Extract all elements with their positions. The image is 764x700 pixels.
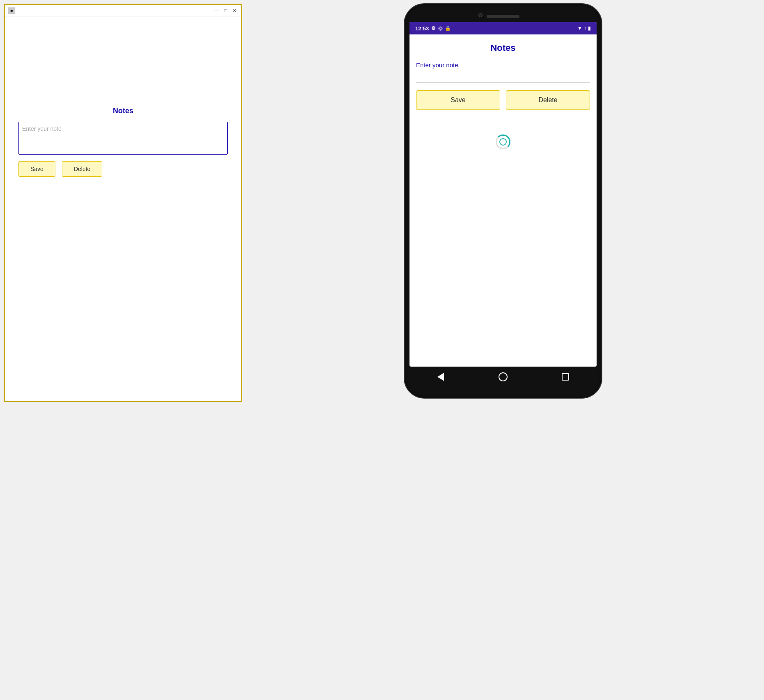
phone-frame: 12:53 ⚙ ◎ 🔒 ▼ ↑ ▮ Notes Enter your note … xyxy=(405,4,602,398)
phone-app-title: Notes xyxy=(490,43,515,53)
status-bar-right: ▼ ↑ ▮ xyxy=(577,25,591,31)
home-icon xyxy=(499,372,508,381)
desktop-window: ■ — □ ✕ Notes Save Delete xyxy=(4,4,242,402)
nav-home-button[interactable] xyxy=(497,371,509,383)
delete-button-phone[interactable]: Delete xyxy=(506,90,590,110)
window-content: Notes Save Delete xyxy=(5,16,241,401)
settings-icon: ⚙ xyxy=(431,25,436,31)
phone-nav-bar xyxy=(409,367,597,387)
save-button-phone[interactable]: Save xyxy=(416,90,500,110)
phone-button-group: Save Delete xyxy=(416,90,590,110)
lock-icon: 🔒 xyxy=(445,25,451,31)
save-button-desktop[interactable]: Save xyxy=(18,161,55,177)
phone-bottom-bar xyxy=(409,387,597,390)
status-bar: 12:53 ⚙ ◎ 🔒 ▼ ↑ ▮ xyxy=(409,22,597,34)
phone-area: 12:53 ⚙ ◎ 🔒 ▼ ↑ ▮ Notes Enter your note … xyxy=(242,0,764,398)
window-app-icon: ■ xyxy=(8,7,15,14)
maximize-button[interactable]: □ xyxy=(222,7,229,14)
phone-notch xyxy=(409,11,597,21)
loading-indicator xyxy=(496,135,510,149)
delete-button-desktop[interactable]: Delete xyxy=(62,161,102,177)
titlebar-left: ■ xyxy=(8,7,15,14)
recent-icon xyxy=(562,373,569,381)
nav-back-button[interactable] xyxy=(435,371,446,383)
status-bar-left: 12:53 ⚙ ◎ 🔒 xyxy=(415,25,451,32)
status-time: 12:53 xyxy=(415,25,429,32)
phone-speaker xyxy=(487,15,519,18)
window-titlebar: ■ — □ ✕ xyxy=(5,5,241,16)
spinner-inner xyxy=(499,138,507,146)
desktop-button-group: Save Delete xyxy=(18,161,228,177)
spinner-outer xyxy=(496,135,510,149)
phone-screen: 12:53 ⚙ ◎ 🔒 ▼ ↑ ▮ Notes Enter your note … xyxy=(409,22,597,367)
security-icon: ◎ xyxy=(438,25,442,31)
phone-camera xyxy=(478,13,483,17)
wifi-icon: ▼ xyxy=(577,25,582,31)
battery-icon: ▮ xyxy=(588,25,591,31)
minimize-button[interactable]: — xyxy=(213,7,220,14)
window-controls: — □ ✕ xyxy=(213,7,238,14)
phone-note-label: Enter your note xyxy=(416,62,590,68)
signal-icon: ↑ xyxy=(584,25,586,31)
back-icon xyxy=(437,373,444,381)
phone-app-content: Notes Enter your note Save Delete xyxy=(409,34,597,367)
desktop-app-title: Notes xyxy=(113,107,133,115)
note-divider xyxy=(416,82,590,83)
nav-recent-button[interactable] xyxy=(560,371,571,383)
note-input-desktop[interactable] xyxy=(18,122,228,155)
close-button[interactable]: ✕ xyxy=(231,7,238,14)
